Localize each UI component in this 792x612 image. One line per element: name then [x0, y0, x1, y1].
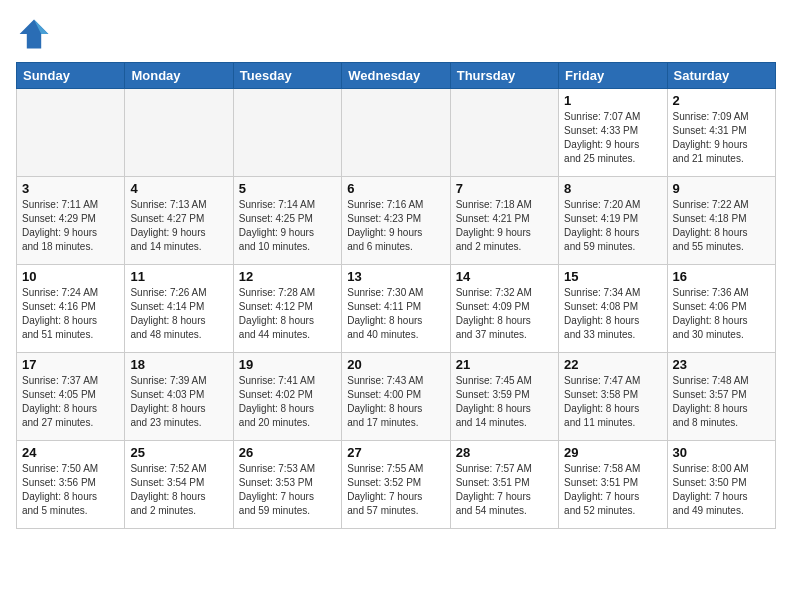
calendar-cell: 20Sunrise: 7:43 AM Sunset: 4:00 PM Dayli… [342, 353, 450, 441]
calendar-cell: 17Sunrise: 7:37 AM Sunset: 4:05 PM Dayli… [17, 353, 125, 441]
day-number: 16 [673, 269, 770, 284]
day-number: 4 [130, 181, 227, 196]
day-number: 18 [130, 357, 227, 372]
day-info: Sunrise: 7:36 AM Sunset: 4:06 PM Dayligh… [673, 286, 770, 342]
day-number: 5 [239, 181, 336, 196]
day-number: 2 [673, 93, 770, 108]
day-info: Sunrise: 7:39 AM Sunset: 4:03 PM Dayligh… [130, 374, 227, 430]
calendar-cell: 1Sunrise: 7:07 AM Sunset: 4:33 PM Daylig… [559, 89, 667, 177]
day-number: 26 [239, 445, 336, 460]
day-number: 10 [22, 269, 119, 284]
day-info: Sunrise: 7:43 AM Sunset: 4:00 PM Dayligh… [347, 374, 444, 430]
day-info: Sunrise: 7:52 AM Sunset: 3:54 PM Dayligh… [130, 462, 227, 518]
calendar-cell: 14Sunrise: 7:32 AM Sunset: 4:09 PM Dayli… [450, 265, 558, 353]
day-info: Sunrise: 7:22 AM Sunset: 4:18 PM Dayligh… [673, 198, 770, 254]
day-number: 19 [239, 357, 336, 372]
day-info: Sunrise: 7:28 AM Sunset: 4:12 PM Dayligh… [239, 286, 336, 342]
calendar-cell: 28Sunrise: 7:57 AM Sunset: 3:51 PM Dayli… [450, 441, 558, 529]
day-info: Sunrise: 7:11 AM Sunset: 4:29 PM Dayligh… [22, 198, 119, 254]
calendar-cell: 13Sunrise: 7:30 AM Sunset: 4:11 PM Dayli… [342, 265, 450, 353]
calendar-cell: 30Sunrise: 8:00 AM Sunset: 3:50 PM Dayli… [667, 441, 775, 529]
calendar-cell: 25Sunrise: 7:52 AM Sunset: 3:54 PM Dayli… [125, 441, 233, 529]
day-number: 20 [347, 357, 444, 372]
calendar-cell: 22Sunrise: 7:47 AM Sunset: 3:58 PM Dayli… [559, 353, 667, 441]
day-number: 3 [22, 181, 119, 196]
day-number: 17 [22, 357, 119, 372]
calendar-cell: 7Sunrise: 7:18 AM Sunset: 4:21 PM Daylig… [450, 177, 558, 265]
calendar-cell [125, 89, 233, 177]
day-number: 15 [564, 269, 661, 284]
calendar-cell: 21Sunrise: 7:45 AM Sunset: 3:59 PM Dayli… [450, 353, 558, 441]
calendar-cell: 24Sunrise: 7:50 AM Sunset: 3:56 PM Dayli… [17, 441, 125, 529]
calendar-cell: 19Sunrise: 7:41 AM Sunset: 4:02 PM Dayli… [233, 353, 341, 441]
calendar-cell: 27Sunrise: 7:55 AM Sunset: 3:52 PM Dayli… [342, 441, 450, 529]
day-info: Sunrise: 7:58 AM Sunset: 3:51 PM Dayligh… [564, 462, 661, 518]
calendar-cell: 2Sunrise: 7:09 AM Sunset: 4:31 PM Daylig… [667, 89, 775, 177]
week-row-1: 1Sunrise: 7:07 AM Sunset: 4:33 PM Daylig… [17, 89, 776, 177]
day-number: 8 [564, 181, 661, 196]
day-number: 11 [130, 269, 227, 284]
day-number: 30 [673, 445, 770, 460]
calendar-cell: 6Sunrise: 7:16 AM Sunset: 4:23 PM Daylig… [342, 177, 450, 265]
day-info: Sunrise: 7:26 AM Sunset: 4:14 PM Dayligh… [130, 286, 227, 342]
day-number: 6 [347, 181, 444, 196]
calendar-table: SundayMondayTuesdayWednesdayThursdayFrid… [16, 62, 776, 529]
calendar-cell: 9Sunrise: 7:22 AM Sunset: 4:18 PM Daylig… [667, 177, 775, 265]
day-number: 27 [347, 445, 444, 460]
calendar-cell: 26Sunrise: 7:53 AM Sunset: 3:53 PM Dayli… [233, 441, 341, 529]
day-number: 25 [130, 445, 227, 460]
day-info: Sunrise: 7:41 AM Sunset: 4:02 PM Dayligh… [239, 374, 336, 430]
day-info: Sunrise: 7:50 AM Sunset: 3:56 PM Dayligh… [22, 462, 119, 518]
weekday-header-monday: Monday [125, 63, 233, 89]
day-info: Sunrise: 7:13 AM Sunset: 4:27 PM Dayligh… [130, 198, 227, 254]
day-number: 23 [673, 357, 770, 372]
weekday-header-friday: Friday [559, 63, 667, 89]
day-info: Sunrise: 7:57 AM Sunset: 3:51 PM Dayligh… [456, 462, 553, 518]
weekday-header-thursday: Thursday [450, 63, 558, 89]
page-header [16, 16, 776, 52]
calendar-cell: 16Sunrise: 7:36 AM Sunset: 4:06 PM Dayli… [667, 265, 775, 353]
weekday-header-sunday: Sunday [17, 63, 125, 89]
weekday-header-saturday: Saturday [667, 63, 775, 89]
logo-icon [16, 16, 52, 52]
calendar-cell: 10Sunrise: 7:24 AM Sunset: 4:16 PM Dayli… [17, 265, 125, 353]
logo [16, 16, 56, 52]
day-info: Sunrise: 7:34 AM Sunset: 4:08 PM Dayligh… [564, 286, 661, 342]
weekday-header-wednesday: Wednesday [342, 63, 450, 89]
day-number: 21 [456, 357, 553, 372]
weekday-header-row: SundayMondayTuesdayWednesdayThursdayFrid… [17, 63, 776, 89]
day-number: 7 [456, 181, 553, 196]
weekday-header-tuesday: Tuesday [233, 63, 341, 89]
week-row-2: 3Sunrise: 7:11 AM Sunset: 4:29 PM Daylig… [17, 177, 776, 265]
day-number: 24 [22, 445, 119, 460]
week-row-4: 17Sunrise: 7:37 AM Sunset: 4:05 PM Dayli… [17, 353, 776, 441]
day-info: Sunrise: 7:32 AM Sunset: 4:09 PM Dayligh… [456, 286, 553, 342]
day-info: Sunrise: 7:47 AM Sunset: 3:58 PM Dayligh… [564, 374, 661, 430]
day-info: Sunrise: 7:48 AM Sunset: 3:57 PM Dayligh… [673, 374, 770, 430]
day-number: 1 [564, 93, 661, 108]
day-info: Sunrise: 7:18 AM Sunset: 4:21 PM Dayligh… [456, 198, 553, 254]
calendar-cell: 3Sunrise: 7:11 AM Sunset: 4:29 PM Daylig… [17, 177, 125, 265]
calendar-cell: 8Sunrise: 7:20 AM Sunset: 4:19 PM Daylig… [559, 177, 667, 265]
day-info: Sunrise: 7:37 AM Sunset: 4:05 PM Dayligh… [22, 374, 119, 430]
calendar-cell [342, 89, 450, 177]
day-info: Sunrise: 7:14 AM Sunset: 4:25 PM Dayligh… [239, 198, 336, 254]
day-info: Sunrise: 7:20 AM Sunset: 4:19 PM Dayligh… [564, 198, 661, 254]
day-info: Sunrise: 7:16 AM Sunset: 4:23 PM Dayligh… [347, 198, 444, 254]
day-number: 28 [456, 445, 553, 460]
calendar-cell: 11Sunrise: 7:26 AM Sunset: 4:14 PM Dayli… [125, 265, 233, 353]
calendar-cell: 4Sunrise: 7:13 AM Sunset: 4:27 PM Daylig… [125, 177, 233, 265]
calendar-cell [17, 89, 125, 177]
day-info: Sunrise: 8:00 AM Sunset: 3:50 PM Dayligh… [673, 462, 770, 518]
day-info: Sunrise: 7:55 AM Sunset: 3:52 PM Dayligh… [347, 462, 444, 518]
day-number: 29 [564, 445, 661, 460]
calendar-cell: 5Sunrise: 7:14 AM Sunset: 4:25 PM Daylig… [233, 177, 341, 265]
day-number: 14 [456, 269, 553, 284]
day-info: Sunrise: 7:07 AM Sunset: 4:33 PM Dayligh… [564, 110, 661, 166]
day-number: 13 [347, 269, 444, 284]
week-row-5: 24Sunrise: 7:50 AM Sunset: 3:56 PM Dayli… [17, 441, 776, 529]
calendar-cell [233, 89, 341, 177]
calendar-cell: 23Sunrise: 7:48 AM Sunset: 3:57 PM Dayli… [667, 353, 775, 441]
day-info: Sunrise: 7:45 AM Sunset: 3:59 PM Dayligh… [456, 374, 553, 430]
day-info: Sunrise: 7:09 AM Sunset: 4:31 PM Dayligh… [673, 110, 770, 166]
